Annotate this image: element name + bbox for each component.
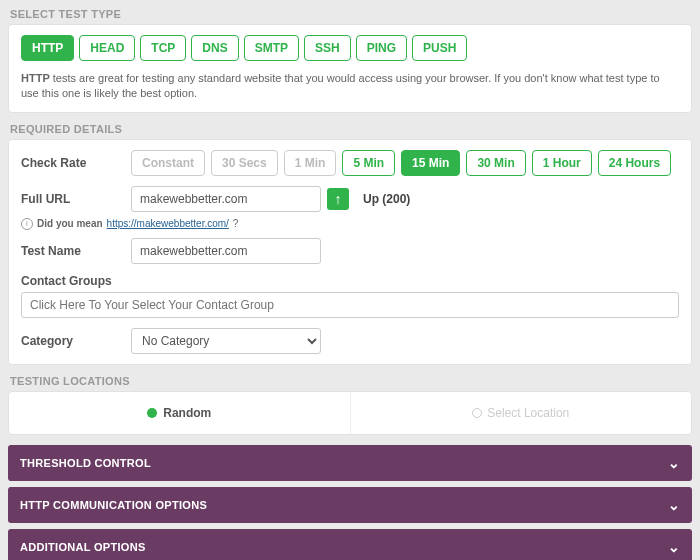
- check-rate-1-hour[interactable]: 1 Hour: [532, 150, 592, 176]
- contact-groups-input[interactable]: [21, 292, 679, 318]
- panel-required: Check Rate Constant30 Secs1 Min5 Min15 M…: [8, 139, 692, 365]
- label-check-rate: Check Rate: [21, 156, 131, 170]
- url-suggestion: i Did you mean https://makewebbetter.com…: [21, 218, 679, 230]
- chevron-down-icon: ⌄: [668, 539, 680, 555]
- check-rate-1-min: 1 Min: [284, 150, 337, 176]
- chevron-down-icon: ⌄: [668, 455, 680, 471]
- panel-locations: Random Select Location: [8, 391, 692, 435]
- label-contact-groups: Contact Groups: [21, 274, 131, 288]
- location-random-option[interactable]: Random: [9, 392, 350, 434]
- chevron-down-icon: ⌄: [668, 497, 680, 513]
- label-category: Category: [21, 334, 131, 348]
- accordion-threshold[interactable]: THRESHOLD CONTROL ⌄: [8, 445, 692, 481]
- accordion-http-options[interactable]: HTTP COMMUNICATION OPTIONS ⌄: [8, 487, 692, 523]
- test-type-description: HTTP tests are great for testing any sta…: [21, 71, 679, 102]
- test-type-http[interactable]: HTTP: [21, 35, 74, 61]
- check-rate-30-min[interactable]: 30 Min: [466, 150, 525, 176]
- label-test-name: Test Name: [21, 244, 131, 258]
- test-type-smtp[interactable]: SMTP: [244, 35, 299, 61]
- accordion-threshold-label: THRESHOLD CONTROL: [20, 457, 151, 469]
- panel-test-type: HTTPHEADTCPDNSSMTPSSHPINGPUSH HTTP tests…: [8, 24, 692, 113]
- check-rate-24-hours[interactable]: 24 Hours: [598, 150, 671, 176]
- test-type-tcp[interactable]: TCP: [140, 35, 186, 61]
- test-type-push[interactable]: PUSH: [412, 35, 467, 61]
- check-rate-15-min[interactable]: 15 Min: [401, 150, 460, 176]
- full-url-input[interactable]: [131, 186, 321, 212]
- url-suggestion-link[interactable]: https://makewebbetter.com/: [107, 218, 229, 229]
- location-select-option[interactable]: Select Location: [351, 392, 692, 434]
- test-type-ssh[interactable]: SSH: [304, 35, 351, 61]
- location-random-label: Random: [163, 406, 211, 420]
- radio-selected-icon: [147, 408, 157, 418]
- accordion-additional-label: ADDITIONAL OPTIONS: [20, 541, 146, 553]
- test-type-desc-bold: HTTP: [21, 72, 50, 84]
- test-type-head[interactable]: HEAD: [79, 35, 135, 61]
- accordion-http-label: HTTP COMMUNICATION OPTIONS: [20, 499, 207, 511]
- info-icon: i: [21, 218, 33, 230]
- status-icon: ↑: [327, 188, 349, 210]
- check-rate-5-min[interactable]: 5 Min: [342, 150, 395, 176]
- test-type-dns[interactable]: DNS: [191, 35, 238, 61]
- section-locations: TESTING LOCATIONS: [10, 375, 692, 387]
- label-full-url: Full URL: [21, 192, 131, 206]
- location-select-label: Select Location: [487, 406, 569, 420]
- radio-outline-icon: [472, 408, 482, 418]
- status-text: Up (200): [363, 192, 410, 206]
- test-type-ping[interactable]: PING: [356, 35, 407, 61]
- check-rate-30-secs: 30 Secs: [211, 150, 278, 176]
- category-select[interactable]: No Category: [131, 328, 321, 354]
- accordion-additional[interactable]: ADDITIONAL OPTIONS ⌄: [8, 529, 692, 560]
- check-rate-constant: Constant: [131, 150, 205, 176]
- section-required: REQUIRED DETAILS: [10, 123, 692, 135]
- section-test-type: SELECT TEST TYPE: [10, 8, 692, 20]
- test-name-input[interactable]: [131, 238, 321, 264]
